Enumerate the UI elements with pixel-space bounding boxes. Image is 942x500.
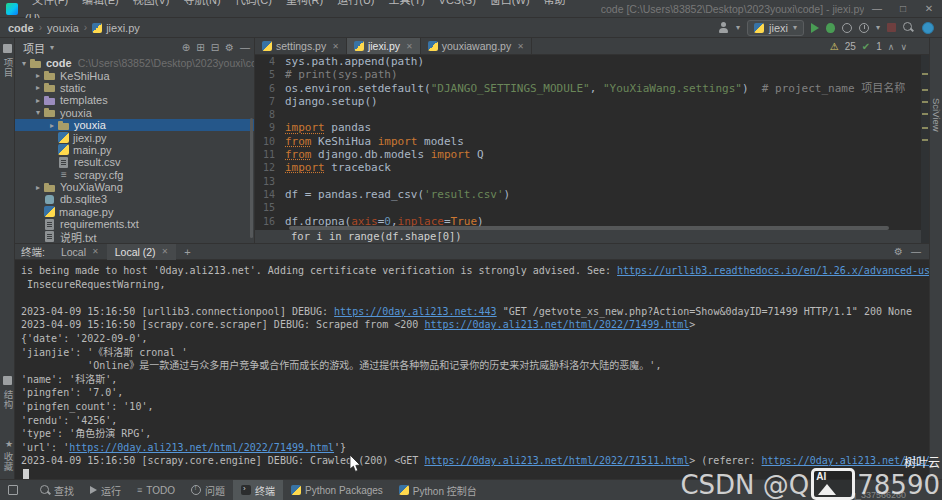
chevron-right-icon[interactable]: ▸ (33, 71, 43, 80)
menu-item-1[interactable]: 编辑(E) (75, 0, 126, 6)
chevron-right-icon[interactable]: ▸ (47, 121, 57, 130)
menu-item-7[interactable]: 工具(T) (382, 0, 432, 6)
user-dropdown-arrow-icon[interactable]: ▾ (736, 23, 740, 32)
menu-item-4[interactable]: 代码(C) (228, 0, 279, 6)
tree-item-static[interactable]: ▸static (15, 82, 254, 94)
stop-button[interactable] (887, 23, 896, 32)
tree-item-result.csv[interactable]: result.csv (15, 156, 254, 168)
statusbar-item-todo[interactable]: ≡TODO (129, 480, 183, 500)
python-file-icon (754, 23, 764, 33)
menu-item-5[interactable]: 重构(R) (279, 0, 330, 6)
close-button[interactable]: ✕ (916, 0, 942, 18)
next-issue-icon[interactable]: ∨ (900, 42, 907, 52)
tree-item-main.py[interactable]: main.py (15, 144, 254, 156)
tree-item-KeShiHua[interactable]: ▸KeShiHua (15, 69, 254, 81)
coverage-button[interactable] (859, 23, 869, 33)
chevron-right-icon[interactable]: ▸ (33, 96, 43, 105)
statusbar-item-python[interactable]: Python 控制台 (391, 480, 485, 500)
close-tab-icon[interactable]: ✕ (406, 42, 413, 51)
statusbar-item-search[interactable]: 查找 (32, 480, 82, 500)
prev-issue-icon[interactable]: ∧ (888, 42, 895, 52)
tree-item-youxia[interactable]: ▾youxia (15, 107, 254, 119)
tool-button-project[interactable]: 项目 (0, 42, 15, 77)
terminal-header-icon-1[interactable]: — (911, 246, 921, 257)
menu-item-8[interactable]: VCS(S) (432, 0, 483, 6)
close-tab-icon[interactable]: ✕ (332, 42, 339, 51)
tree-scrollbar[interactable] (250, 118, 253, 238)
tree-item-requirements.txt[interactable]: requirements.txt (15, 218, 254, 230)
code-area[interactable]: 4sys.path.append(path)5# print(sys.path)… (255, 55, 929, 228)
tree-item-templates[interactable]: ▸templates (15, 94, 254, 106)
new-terminal-button[interactable]: + (176, 246, 198, 258)
terminal-tab-Local (2)[interactable]: Local (2)✕ (107, 244, 177, 260)
breadcrumb-item-code[interactable]: code (8, 22, 34, 34)
tree-item-db.sqlite3[interactable]: db.sqlite3 (15, 193, 254, 205)
close-tab-icon[interactable]: ✕ (162, 247, 169, 256)
menu-item-2[interactable]: 视图(V) (126, 0, 177, 6)
project-header-icon-0[interactable]: ⊕ (182, 42, 190, 53)
terminal-output[interactable]: is being made to host '0day.ali213.net'.… (15, 260, 929, 482)
editor: settings.py✕jiexi.py✕youxiawang.py✕ ⚠ 25… (255, 38, 929, 243)
tree-item-jiexi.py[interactable]: jiexi.py (15, 131, 254, 143)
update-icon[interactable] (922, 22, 934, 34)
tree-item-YouXiaWang[interactable]: ▸YouXiaWang (15, 181, 254, 193)
run-more-arrow-icon[interactable]: ▾ (876, 23, 880, 32)
error-stripe[interactable] (921, 55, 929, 243)
statusbar-item-terminal[interactable]: 终端 (233, 480, 283, 500)
terminal-header-icon-0[interactable]: ⚙ (894, 246, 903, 257)
tree-item-label: db.sqlite3 (60, 193, 107, 205)
statusbar-item-run[interactable]: 运行 (82, 480, 129, 500)
tab-jiexi.py[interactable]: jiexi.py✕ (347, 38, 421, 54)
chevron-right-icon[interactable]: ▸ (33, 83, 43, 92)
inspections-widget[interactable]: ⚠ 25 ✔ 1 ∧ ∨ (830, 41, 907, 52)
maximize-button[interactable]: □ (890, 0, 916, 18)
breadcrumb-item-youxia[interactable]: youxia (47, 22, 79, 34)
project-panel-title[interactable]: 项目 (23, 40, 45, 56)
search-everywhere-icon[interactable] (903, 22, 915, 34)
close-tab-icon[interactable]: ✕ (517, 42, 524, 51)
console-link[interactable]: https://0day.ali213.net/html/2022/71499.… (424, 319, 689, 330)
tree-item-code[interactable]: ▾codeC:\Users\83852\Desktop\2023youxi\co… (15, 57, 254, 69)
toolwindow-toggle-icon[interactable] (8, 485, 18, 495)
tree-item-manage.py[interactable]: manage.py (15, 206, 254, 218)
debug-button[interactable] (826, 23, 835, 33)
project-view-dropdown-icon[interactable]: ▾ (50, 43, 54, 52)
project-header-icon-2[interactable]: ⊟ (211, 42, 219, 53)
statusbar-item-problem[interactable]: 问题 (183, 480, 233, 500)
chevron-down-icon[interactable]: ▾ (33, 108, 43, 117)
tree-item-scrapy.cfg[interactable]: ≡scrapy.cfg (15, 169, 254, 181)
close-tab-icon[interactable]: ✕ (92, 247, 99, 256)
chevron-right-icon[interactable]: ▸ (33, 183, 43, 192)
project-header-icon-4[interactable]: — (240, 42, 250, 53)
project-header-icon-1[interactable]: ⊞ (196, 42, 204, 53)
menu-item-9[interactable]: 窗口(W) (483, 0, 537, 6)
code-text: import pandas (285, 121, 371, 134)
console-link[interactable]: https://0day.ali213.net/html/2022/71499.… (69, 442, 334, 453)
chevron-down-icon[interactable]: ▾ (19, 59, 29, 68)
breadcrumb-separator: › (39, 22, 42, 33)
chevron-down-icon: ▾ (793, 23, 797, 32)
profiler-button[interactable] (842, 23, 852, 33)
warning-icon: ⚠ (830, 41, 839, 52)
menu-item-0[interactable]: 文件(F) (25, 0, 75, 6)
tree-item-youxia[interactable]: ▸youxia (15, 119, 254, 131)
project-header-icon-3[interactable]: ⚙ (225, 42, 234, 53)
statusbar-item-python[interactable]: Python Packages (283, 480, 391, 500)
tab-settings.py[interactable]: settings.py✕ (255, 38, 347, 54)
breadcrumb-item-jiexi.py[interactable]: jiexi.py (106, 22, 140, 34)
terminal-tab-Local[interactable]: Local✕ (53, 244, 107, 260)
tab-youxiawang.py[interactable]: youxiawang.py✕ (421, 38, 532, 54)
tool-button-favorites[interactable]: ★ 收藏 (0, 439, 15, 471)
tree-item-说明.txt[interactable]: 说明.txt (15, 230, 254, 242)
menu-item-3[interactable]: 导航(N) (176, 0, 227, 6)
tool-button-sciview[interactable]: SciView (931, 98, 942, 132)
run-button[interactable] (811, 23, 819, 33)
console-link[interactable]: https://urllib3.readthedocs.io/en/1.26.x… (617, 265, 929, 276)
minimize-button[interactable]: — (864, 0, 890, 18)
user-icon[interactable] (718, 22, 729, 33)
run-config-selector[interactable]: jiexi ▾ (747, 20, 804, 36)
console-link[interactable]: https://0day.ali213.net:443 (334, 306, 497, 317)
tool-button-structure[interactable]: 结构 (0, 374, 15, 409)
console-link[interactable]: https://0day.ali213.net/html/2022/71511.… (424, 455, 689, 466)
menu-item-6[interactable]: 运行(U) (330, 0, 381, 6)
